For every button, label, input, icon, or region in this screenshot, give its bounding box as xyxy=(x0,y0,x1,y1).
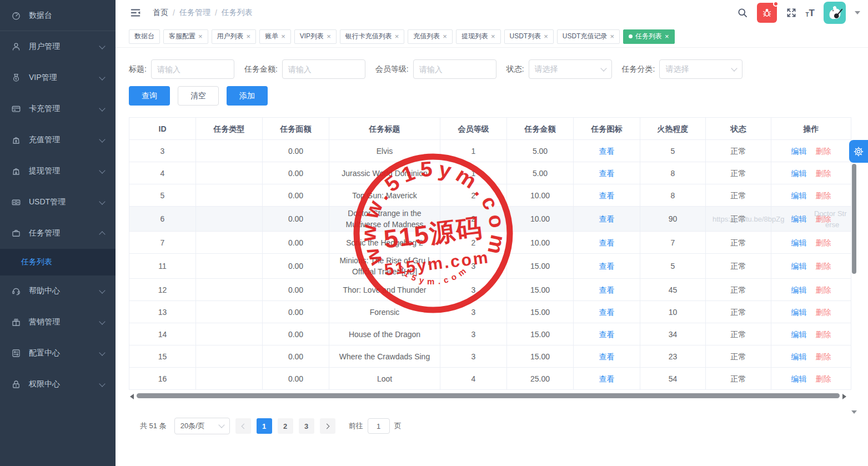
edit-link[interactable]: 编辑 xyxy=(791,214,807,223)
sidebar-collapse-icon[interactable] xyxy=(129,7,142,19)
sidebar-item-card-recharge[interactable]: 卡充管理 xyxy=(0,93,116,124)
delete-link[interactable]: 删除 xyxy=(815,214,831,223)
page-button-2[interactable]: 2 xyxy=(278,418,293,434)
close-icon[interactable]: × xyxy=(327,33,331,40)
edit-link[interactable]: 编辑 xyxy=(791,238,807,247)
vertical-scrollbar-thumb[interactable] xyxy=(852,164,856,274)
close-icon[interactable]: × xyxy=(281,33,285,40)
edit-link[interactable]: 编辑 xyxy=(791,285,807,294)
edit-link[interactable]: 编辑 xyxy=(791,374,807,383)
sidebar-item-tasks[interactable]: 任务管理 xyxy=(0,218,116,249)
view-link[interactable]: 查看 xyxy=(599,352,615,361)
delete-link[interactable]: 删除 xyxy=(815,238,831,247)
status-filter-select[interactable]: 请选择 xyxy=(529,59,612,79)
sidebar-item-config[interactable]: 配置中心 xyxy=(0,338,116,369)
tab-usdt-list[interactable]: USDT列表× xyxy=(504,29,554,44)
edit-link[interactable]: 编辑 xyxy=(791,191,807,200)
level-filter-input[interactable] xyxy=(413,59,496,79)
cell-task-icon: 查看 xyxy=(574,301,640,323)
delete-link[interactable]: 删除 xyxy=(815,285,831,294)
chevron-down-icon xyxy=(99,349,105,355)
delete-link[interactable]: 删除 xyxy=(815,374,831,383)
scroll-right-arrow-icon[interactable] xyxy=(842,394,846,399)
font-size-icon[interactable]: TT xyxy=(806,8,815,18)
view-link[interactable]: 查看 xyxy=(599,191,615,200)
delete-link[interactable]: 删除 xyxy=(815,147,831,156)
search-button[interactable]: 查询 xyxy=(129,86,170,106)
sidebar-item-withdraw[interactable]: 提现管理 xyxy=(0,156,116,187)
user-menu-caret-icon[interactable] xyxy=(855,11,860,14)
breadcrumb-task-manage[interactable]: 任务管理 xyxy=(179,8,210,18)
view-link[interactable]: 查看 xyxy=(599,285,615,294)
horizontal-scrollbar-thumb[interactable] xyxy=(137,393,840,398)
scroll-down-arrow-icon[interactable] xyxy=(851,410,857,414)
sidebar-item-users[interactable]: 用户管理 xyxy=(0,31,116,62)
close-icon[interactable]: × xyxy=(198,33,203,40)
scroll-left-arrow-icon[interactable] xyxy=(130,394,134,399)
edit-link[interactable]: 编辑 xyxy=(791,330,807,339)
edit-link[interactable]: 编辑 xyxy=(791,262,807,270)
close-icon[interactable]: × xyxy=(610,33,614,40)
sidebar-item-help[interactable]: 帮助中心 xyxy=(0,275,116,307)
sidebar-item-dashboard[interactable]: 数据台 xyxy=(0,0,116,31)
title-filter-input[interactable] xyxy=(151,59,234,79)
close-icon[interactable]: × xyxy=(544,33,548,40)
tab-customer-service[interactable]: 客服配置× xyxy=(163,29,208,44)
next-page-button[interactable] xyxy=(320,418,335,434)
edit-link[interactable]: 编辑 xyxy=(791,308,807,317)
edit-link[interactable]: 编辑 xyxy=(791,352,807,361)
view-link[interactable]: 查看 xyxy=(599,147,615,156)
delete-link[interactable]: 删除 xyxy=(815,191,831,200)
close-icon[interactable]: × xyxy=(443,33,447,40)
edit-link[interactable]: 编辑 xyxy=(791,169,807,178)
sidebar-item-marketing[interactable]: 营销管理 xyxy=(0,307,116,338)
delete-link[interactable]: 删除 xyxy=(815,330,831,339)
bug-report-button[interactable] xyxy=(757,3,777,23)
view-link[interactable]: 查看 xyxy=(599,238,615,247)
tab-bills[interactable]: 账单× xyxy=(259,29,291,44)
tab-bank-recharge-list[interactable]: 银行卡充值列表× xyxy=(340,29,405,44)
add-button[interactable]: 添加 xyxy=(227,86,268,106)
tab-user-list[interactable]: 用户列表× xyxy=(212,29,257,44)
tab-usdt-recharge-records[interactable]: USDT充值记录× xyxy=(557,29,620,44)
breadcrumb-home[interactable]: 首页 xyxy=(153,8,168,18)
view-link[interactable]: 查看 xyxy=(599,374,615,383)
tab-dashboard[interactable]: 数据台 xyxy=(129,29,160,44)
sidebar-item-task-list[interactable]: 任务列表 xyxy=(21,257,52,267)
close-icon[interactable]: × xyxy=(247,33,251,40)
tab-task-list-active[interactable]: 任务列表× xyxy=(623,29,675,44)
category-filter-select[interactable]: 请选择 xyxy=(659,59,742,79)
goto-page-input[interactable] xyxy=(368,418,390,434)
delete-link[interactable]: 删除 xyxy=(815,262,831,270)
sidebar-item-usdt[interactable]: USDT管理 xyxy=(0,187,116,218)
page-button-1[interactable]: 1 xyxy=(257,418,272,434)
close-icon[interactable]: × xyxy=(395,33,399,40)
view-link[interactable]: 查看 xyxy=(599,308,615,317)
page-button-3[interactable]: 3 xyxy=(299,418,314,434)
fullscreen-icon[interactable] xyxy=(786,7,797,18)
avatar[interactable] xyxy=(824,2,846,24)
sidebar-item-recharge[interactable]: 充值管理 xyxy=(0,124,116,156)
view-link[interactable]: 查看 xyxy=(599,262,615,270)
view-link[interactable]: 查看 xyxy=(599,214,615,223)
clear-button[interactable]: 清空 xyxy=(178,86,219,106)
tab-vip-list[interactable]: VIP列表× xyxy=(294,29,337,44)
delete-link[interactable]: 删除 xyxy=(815,352,831,361)
view-link[interactable]: 查看 xyxy=(599,169,615,178)
sidebar-item-vip[interactable]: VIP管理 xyxy=(0,62,116,93)
close-icon[interactable]: × xyxy=(491,33,495,40)
edit-link[interactable]: 编辑 xyxy=(791,147,807,156)
view-link[interactable]: 查看 xyxy=(599,330,615,339)
close-icon[interactable]: × xyxy=(665,33,669,40)
horizontal-scrollbar[interactable] xyxy=(129,392,851,400)
delete-link[interactable]: 删除 xyxy=(815,169,831,178)
prev-page-button[interactable] xyxy=(235,418,251,434)
search-icon[interactable] xyxy=(737,7,748,18)
sidebar-item-permissions[interactable]: 权限中心 xyxy=(0,369,116,400)
page-size-select[interactable]: 20条/页 xyxy=(174,418,230,434)
delete-link[interactable]: 删除 xyxy=(815,308,831,317)
settings-fab-button[interactable] xyxy=(849,140,868,163)
tab-recharge-list[interactable]: 充值列表× xyxy=(408,29,453,44)
tab-withdraw-list[interactable]: 提现列表× xyxy=(456,29,501,44)
amount-filter-input[interactable] xyxy=(282,59,365,79)
